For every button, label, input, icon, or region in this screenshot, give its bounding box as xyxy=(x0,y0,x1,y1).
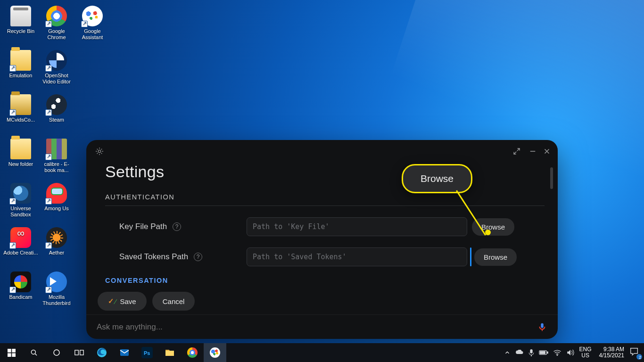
tray-wifi-icon[interactable] xyxy=(553,349,561,356)
desktop-icon-aether[interactable]: Aether xyxy=(39,225,74,270)
cancel-button[interactable]: Cancel xyxy=(152,292,195,311)
desktop-icon-emulation[interactable]: Emulation xyxy=(3,48,39,92)
desktop-icon-new-folder[interactable]: New folder xyxy=(3,137,39,181)
desktop-icon-thunderbird[interactable]: Mozilla Thunderbird xyxy=(39,270,74,314)
desktop-icon-label: Google Chrome xyxy=(47,28,66,40)
tray-onedrive-icon[interactable] xyxy=(515,350,524,355)
tray-language[interactable]: ENG US xyxy=(579,346,592,359)
svg-point-0 xyxy=(98,150,100,152)
svg-point-5 xyxy=(31,350,35,354)
start-button[interactable] xyxy=(0,343,23,362)
settings-scrollbar[interactable] xyxy=(550,167,553,189)
taskbar: Ps ENG US 9:38 AM 4/1 xyxy=(0,343,644,362)
input-saved-tokens-path[interactable] xyxy=(247,247,467,266)
input-focus-indicator xyxy=(470,247,471,266)
desktop-icon-recycle-bin[interactable]: Recycle Bin xyxy=(3,4,39,48)
button-label: Cancel xyxy=(163,297,185,305)
system-tray: ENG US 9:38 AM 4/15/2021 2 xyxy=(501,343,644,362)
window-titlebar xyxy=(86,140,558,163)
desktop-icon-adobe-cc[interactable]: Adobe Creati... xyxy=(3,225,39,270)
desktop-icon-label: Adobe Creati... xyxy=(3,250,38,255)
desktop-icon-label: Among Us xyxy=(44,206,68,211)
taskbar-app-mail[interactable] xyxy=(113,343,136,362)
tray-overflow-icon[interactable] xyxy=(504,349,511,356)
taskbar-app-edge[interactable] xyxy=(91,343,113,362)
settings-content: Settings AUTHENTICATION Key File Path ? … xyxy=(105,163,545,302)
row-saved-tokens: Saved Tokens Path ? Browse xyxy=(105,247,545,266)
label-saved-tokens: Saved Tokens Path ? xyxy=(105,252,247,262)
minimize-icon[interactable] xyxy=(528,147,537,156)
desktop-icon-mcvids[interactable]: MCvidsCo... xyxy=(3,92,39,137)
annotation-dot xyxy=(485,230,491,235)
desktop-icon-universe-sandbox[interactable]: Universe Sandbox xyxy=(3,181,39,225)
input-key-file-path[interactable] xyxy=(247,217,467,236)
desktop-icon-bandicam[interactable]: Bandicam xyxy=(3,270,39,314)
section-authentication: AUTHENTICATION xyxy=(105,193,545,206)
save-button[interactable]: ✓⁄Save xyxy=(98,292,147,311)
microphone-icon[interactable] xyxy=(537,322,547,332)
desktop-icon-calibre[interactable]: calibre - E-book ma... xyxy=(39,137,74,181)
label-text: Saved Tokens Path xyxy=(119,252,188,262)
svg-point-6 xyxy=(54,350,59,355)
expand-icon[interactable] xyxy=(512,147,521,156)
desktop-icon-chrome[interactable]: Google Chrome xyxy=(39,4,74,48)
svg-text:Ps: Ps xyxy=(144,350,150,356)
help-icon[interactable]: ? xyxy=(173,222,181,231)
settings-footer-buttons: ✓⁄Save Cancel xyxy=(98,292,195,311)
browse-saved-tokens-button[interactable]: Browse xyxy=(474,248,517,266)
settings-title: Settings xyxy=(105,163,545,181)
tray-volume-icon[interactable] xyxy=(566,349,575,356)
desktop-icon-label: Universe Sandbox xyxy=(10,206,31,217)
desktop-icon-label: Google Assistant xyxy=(82,28,103,40)
notification-count: 2 xyxy=(639,355,641,360)
tray-language-bottom: US xyxy=(579,353,592,359)
desktop-icon-label: Mozilla Thunderbird xyxy=(42,294,70,306)
desktop-icon-label: Steam xyxy=(49,117,64,123)
desktop-icon-label: calibre - E-book ma... xyxy=(44,161,69,173)
svg-rect-1 xyxy=(8,349,11,353)
row-key-file: Key File Path ? Browse xyxy=(105,217,545,236)
svg-rect-15 xyxy=(547,352,548,353)
taskbar-app-explorer[interactable] xyxy=(158,343,181,362)
tray-battery-icon[interactable] xyxy=(539,350,548,355)
desktop: Recycle Bin Emulation MCvidsCo... New fo… xyxy=(0,0,644,362)
desktop-icon-label: New folder xyxy=(8,161,33,167)
taskbar-app-google-assistant[interactable] xyxy=(204,343,226,362)
taskbar-cortana-button[interactable] xyxy=(45,343,68,362)
desktop-icon-label: OpenShot Video Editor xyxy=(42,73,71,84)
taskbar-app-chrome[interactable] xyxy=(181,343,204,362)
taskbar-taskview-button[interactable] xyxy=(68,343,91,362)
svg-rect-4 xyxy=(12,353,16,357)
annotation-browse-callout: Browse xyxy=(402,164,472,193)
desktop-icon-google-assistant[interactable]: Google Assistant xyxy=(74,4,110,48)
svg-rect-13 xyxy=(530,349,532,354)
desktop-icon-label: Emulation xyxy=(9,73,33,78)
button-label: Save xyxy=(120,297,136,305)
tray-date: 4/15/2021 xyxy=(599,353,624,359)
help-icon[interactable]: ? xyxy=(194,253,202,261)
desktop-icon-label: Bandicam xyxy=(9,294,33,300)
taskbar-search-button[interactable] xyxy=(23,343,45,362)
desktop-icon-label: Aether xyxy=(49,250,64,255)
tray-action-center-icon[interactable]: 2 xyxy=(629,346,641,359)
assistant-settings-window: Settings AUTHENTICATION Key File Path ? … xyxy=(86,140,558,339)
tray-clock[interactable]: 9:38 AM 4/15/2021 xyxy=(599,346,624,359)
svg-rect-8 xyxy=(80,350,84,355)
browse-key-file-button[interactable]: Browse xyxy=(472,218,514,236)
taskbar-app-photoshop[interactable]: Ps xyxy=(136,343,158,362)
label-text: Key File Path xyxy=(119,222,167,231)
tray-mic-icon[interactable] xyxy=(528,349,534,356)
ask-input[interactable] xyxy=(97,322,537,332)
desktop-icon-steam[interactable]: Steam xyxy=(39,92,74,137)
desktop-icon-among-us[interactable]: Among Us xyxy=(39,181,74,225)
close-icon[interactable] xyxy=(543,147,551,156)
annotation-label: Browse xyxy=(421,173,454,184)
svg-rect-7 xyxy=(75,350,79,355)
desktop-icon-label: MCvidsCo... xyxy=(7,117,35,123)
ask-bar xyxy=(86,314,558,339)
desktop-icon-openshot[interactable]: OpenShot Video Editor xyxy=(39,48,74,92)
desktop-icon-label: Recycle Bin xyxy=(7,28,34,34)
gear-icon[interactable] xyxy=(95,147,104,156)
svg-rect-3 xyxy=(8,353,11,357)
svg-rect-16 xyxy=(540,352,545,354)
